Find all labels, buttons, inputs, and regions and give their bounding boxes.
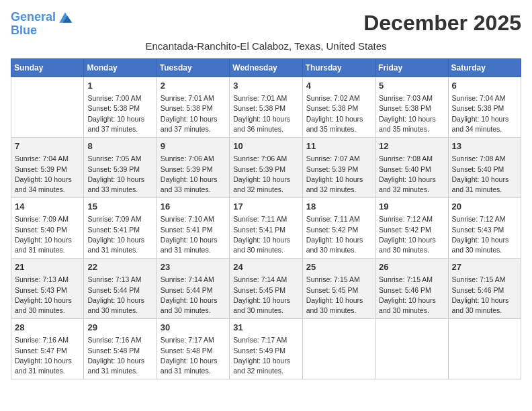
weekday-header-saturday: Saturday xyxy=(448,59,521,77)
cell-content: Sunrise: 7:00 AMSunset: 5:38 PMDaylight:… xyxy=(87,93,152,134)
day-number: 8 xyxy=(87,140,152,152)
day-number: 14 xyxy=(15,201,80,213)
calendar-cell: 26Sunrise: 7:15 AMSunset: 5:46 PMDayligh… xyxy=(375,259,448,319)
cell-content: Sunrise: 7:14 AMSunset: 5:45 PMDaylight:… xyxy=(233,275,298,316)
weekday-header-sunday: Sunday xyxy=(11,59,84,77)
calendar-cell: 18Sunrise: 7:11 AMSunset: 5:42 PMDayligh… xyxy=(302,198,375,259)
day-number: 30 xyxy=(161,322,226,334)
calendar-cell: 3Sunrise: 7:01 AMSunset: 5:38 PMDaylight… xyxy=(230,77,302,138)
cell-content: Sunrise: 7:13 AMSunset: 5:44 PMDaylight:… xyxy=(87,275,152,316)
cell-content: Sunrise: 7:11 AMSunset: 5:41 PMDaylight:… xyxy=(233,214,298,255)
calendar-cell: 23Sunrise: 7:14 AMSunset: 5:44 PMDayligh… xyxy=(157,259,229,319)
calendar-cell: 11Sunrise: 7:07 AMSunset: 5:39 PMDayligh… xyxy=(302,138,375,198)
cell-content: Sunrise: 7:17 AMSunset: 5:48 PMDaylight:… xyxy=(161,335,226,376)
calendar-cell: 29Sunrise: 7:16 AMSunset: 5:48 PMDayligh… xyxy=(84,319,157,379)
weekday-header-monday: Monday xyxy=(84,59,157,77)
day-number: 29 xyxy=(87,322,152,334)
day-number: 17 xyxy=(233,201,298,213)
location-title: Encantada-Ranchito-El Calaboz, Texas, Un… xyxy=(11,40,521,52)
day-number: 24 xyxy=(233,261,298,273)
day-number: 11 xyxy=(306,140,371,152)
calendar-cell: 16Sunrise: 7:10 AMSunset: 5:41 PMDayligh… xyxy=(157,198,229,259)
calendar-cell: 5Sunrise: 7:03 AMSunset: 5:38 PMDaylight… xyxy=(375,77,448,138)
cell-content: Sunrise: 7:13 AMSunset: 5:43 PMDaylight:… xyxy=(15,275,80,316)
cell-content: Sunrise: 7:06 AMSunset: 5:39 PMDaylight:… xyxy=(161,154,226,195)
calendar-cell: 30Sunrise: 7:17 AMSunset: 5:48 PMDayligh… xyxy=(157,319,229,379)
day-number: 26 xyxy=(379,261,444,273)
calendar-cell: 17Sunrise: 7:11 AMSunset: 5:41 PMDayligh… xyxy=(230,198,302,259)
calendar-cell: 28Sunrise: 7:16 AMSunset: 5:47 PMDayligh… xyxy=(11,319,84,379)
calendar-cell: 25Sunrise: 7:15 AMSunset: 5:45 PMDayligh… xyxy=(302,259,375,319)
day-number: 2 xyxy=(161,80,226,92)
day-number: 3 xyxy=(233,80,298,92)
cell-content: Sunrise: 7:10 AMSunset: 5:41 PMDaylight:… xyxy=(161,214,226,255)
day-number: 31 xyxy=(233,322,298,334)
weekday-header-wednesday: Wednesday xyxy=(230,59,302,77)
cell-content: Sunrise: 7:16 AMSunset: 5:48 PMDaylight:… xyxy=(87,335,152,376)
calendar-cell xyxy=(302,319,375,379)
day-number: 4 xyxy=(306,80,371,92)
cell-content: Sunrise: 7:12 AMSunset: 5:42 PMDaylight:… xyxy=(379,214,444,255)
weekday-header-thursday: Thursday xyxy=(302,59,375,77)
day-number: 25 xyxy=(306,261,371,273)
cell-content: Sunrise: 7:12 AMSunset: 5:43 PMDaylight:… xyxy=(452,214,517,255)
day-number: 19 xyxy=(379,201,444,213)
weekday-header-friday: Friday xyxy=(375,59,448,77)
cell-content: Sunrise: 7:14 AMSunset: 5:44 PMDaylight:… xyxy=(161,275,226,316)
day-number: 12 xyxy=(379,140,444,152)
calendar-cell: 15Sunrise: 7:09 AMSunset: 5:41 PMDayligh… xyxy=(84,198,157,259)
calendar-cell: 2Sunrise: 7:01 AMSunset: 5:38 PMDaylight… xyxy=(157,77,229,138)
cell-content: Sunrise: 7:01 AMSunset: 5:38 PMDaylight:… xyxy=(161,93,226,134)
day-number: 22 xyxy=(87,261,152,273)
cell-content: Sunrise: 7:15 AMSunset: 5:46 PMDaylight:… xyxy=(379,275,444,316)
calendar-cell: 21Sunrise: 7:13 AMSunset: 5:43 PMDayligh… xyxy=(11,259,84,319)
cell-content: Sunrise: 7:09 AMSunset: 5:40 PMDaylight:… xyxy=(15,214,80,255)
calendar-cell: 31Sunrise: 7:17 AMSunset: 5:49 PMDayligh… xyxy=(230,319,302,379)
calendar-cell: 1Sunrise: 7:00 AMSunset: 5:38 PMDaylight… xyxy=(84,77,157,138)
cell-content: Sunrise: 7:03 AMSunset: 5:38 PMDaylight:… xyxy=(379,93,444,134)
month-title: December 2025 xyxy=(363,11,521,36)
day-number: 27 xyxy=(452,261,517,273)
cell-content: Sunrise: 7:11 AMSunset: 5:42 PMDaylight:… xyxy=(306,214,371,255)
title-section: December 2025 xyxy=(363,11,521,36)
cell-content: Sunrise: 7:16 AMSunset: 5:47 PMDaylight:… xyxy=(15,335,80,376)
cell-content: Sunrise: 7:04 AMSunset: 5:38 PMDaylight:… xyxy=(452,93,517,134)
cell-content: Sunrise: 7:07 AMSunset: 5:39 PMDaylight:… xyxy=(306,154,371,195)
day-number: 21 xyxy=(15,261,80,273)
calendar-cell: 7Sunrise: 7:04 AMSunset: 5:39 PMDaylight… xyxy=(11,138,84,198)
calendar-cell: 24Sunrise: 7:14 AMSunset: 5:45 PMDayligh… xyxy=(230,259,302,319)
day-number: 23 xyxy=(161,261,226,273)
calendar-cell: 4Sunrise: 7:02 AMSunset: 5:38 PMDaylight… xyxy=(302,77,375,138)
day-number: 18 xyxy=(306,201,371,213)
calendar-cell: 19Sunrise: 7:12 AMSunset: 5:42 PMDayligh… xyxy=(375,198,448,259)
calendar-cell xyxy=(448,319,521,379)
calendar-cell: 10Sunrise: 7:06 AMSunset: 5:39 PMDayligh… xyxy=(230,138,302,198)
day-number: 6 xyxy=(452,80,517,92)
day-number: 1 xyxy=(87,80,152,92)
calendar-cell: 13Sunrise: 7:08 AMSunset: 5:40 PMDayligh… xyxy=(448,138,521,198)
day-number: 9 xyxy=(161,140,226,152)
day-number: 13 xyxy=(452,140,517,152)
calendar-cell xyxy=(375,319,448,379)
weekday-header-tuesday: Tuesday xyxy=(157,59,229,77)
cell-content: Sunrise: 7:05 AMSunset: 5:39 PMDaylight:… xyxy=(87,154,152,195)
cell-content: Sunrise: 7:04 AMSunset: 5:39 PMDaylight:… xyxy=(15,154,80,195)
cell-content: Sunrise: 7:17 AMSunset: 5:49 PMDaylight:… xyxy=(233,335,298,376)
cell-content: Sunrise: 7:08 AMSunset: 5:40 PMDaylight:… xyxy=(452,154,517,195)
day-number: 7 xyxy=(15,140,80,152)
calendar-cell: 14Sunrise: 7:09 AMSunset: 5:40 PMDayligh… xyxy=(11,198,84,259)
cell-content: Sunrise: 7:09 AMSunset: 5:41 PMDaylight:… xyxy=(87,214,152,255)
cell-content: Sunrise: 7:15 AMSunset: 5:46 PMDaylight:… xyxy=(452,275,517,316)
day-number: 28 xyxy=(15,322,80,334)
day-number: 10 xyxy=(233,140,298,152)
logo-text: General Blue xyxy=(11,11,73,38)
logo: General Blue xyxy=(11,11,73,38)
calendar-cell: 6Sunrise: 7:04 AMSunset: 5:38 PMDaylight… xyxy=(448,77,521,138)
cell-content: Sunrise: 7:06 AMSunset: 5:39 PMDaylight:… xyxy=(233,154,298,195)
calendar-cell: 20Sunrise: 7:12 AMSunset: 5:43 PMDayligh… xyxy=(448,198,521,259)
cell-content: Sunrise: 7:15 AMSunset: 5:45 PMDaylight:… xyxy=(306,275,371,316)
calendar-cell xyxy=(11,77,84,138)
day-number: 16 xyxy=(161,201,226,213)
calendar-table: SundayMondayTuesdayWednesdayThursdayFrid… xyxy=(11,58,521,379)
day-number: 20 xyxy=(452,201,517,213)
